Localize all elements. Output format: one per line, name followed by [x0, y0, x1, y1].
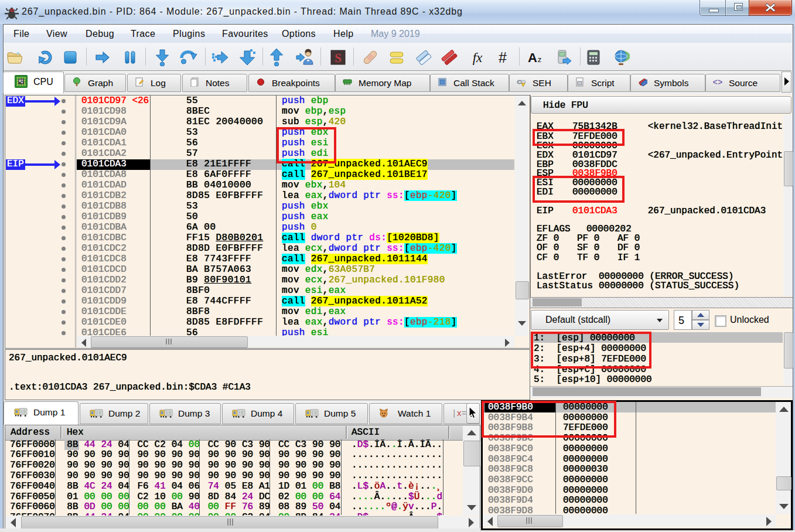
svg-text:S: S — [335, 51, 342, 65]
svg-text:32: 32 — [9, 8, 14, 12]
svg-text:#: # — [499, 49, 507, 66]
svg-text:<>: <> — [713, 78, 722, 87]
svg-text:A: A — [528, 50, 537, 65]
svg-text:z: z — [538, 55, 542, 64]
svg-text:fx: fx — [473, 50, 483, 65]
